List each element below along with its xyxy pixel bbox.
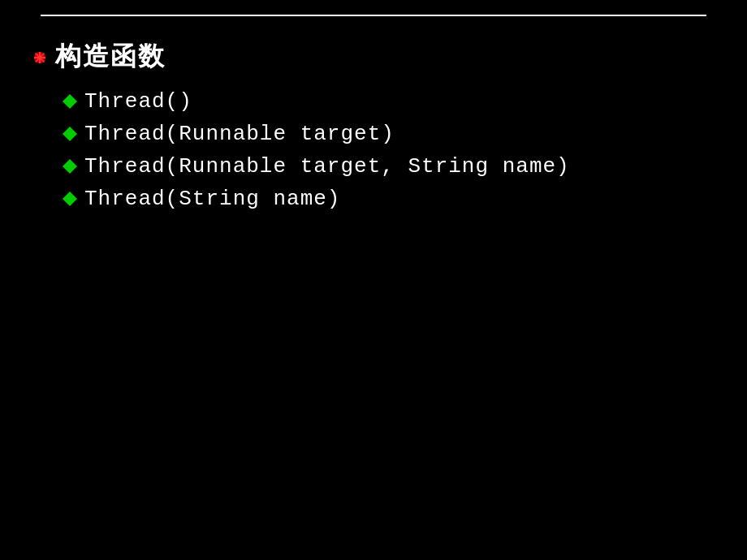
list-item: Thread(Runnable target, String name) — [62, 151, 715, 182]
list-item: Thread(Runnable target) — [62, 118, 715, 149]
green-diamond-icon — [62, 93, 78, 110]
svg-marker-5 — [63, 94, 77, 109]
svg-marker-6 — [63, 127, 77, 141]
green-diamond-icon — [62, 191, 78, 207]
list-item: Thread() — [62, 86, 715, 117]
constructor-item-3: Thread(Runnable target, String name) — [84, 154, 570, 179]
svg-marker-8 — [63, 192, 77, 206]
constructor-list: Thread() Thread(Runnable target) Thread(… — [32, 86, 715, 214]
red-bullet-icon — [32, 50, 47, 65]
constructor-item-2: Thread(Runnable target) — [84, 122, 395, 146]
section-title: 构造函数 — [55, 39, 166, 75]
section-header: 构造函数 — [32, 39, 715, 75]
main-content: 构造函数 Thread() Thread(Runnable target) — [0, 16, 747, 214]
green-diamond-icon — [62, 158, 78, 174]
constructor-item-4: Thread(String name) — [84, 187, 340, 211]
green-diamond-icon — [62, 126, 78, 142]
list-item: Thread(String name) — [62, 183, 715, 214]
svg-marker-7 — [63, 159, 77, 174]
constructor-item-1: Thread() — [84, 89, 192, 114]
